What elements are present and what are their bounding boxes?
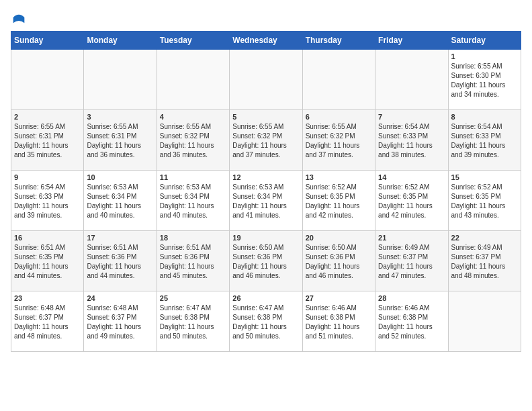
calendar-cell: 11Sunrise: 6:53 AM Sunset: 6:34 PM Dayli… <box>157 171 229 231</box>
day-info: Sunrise: 6:53 AM Sunset: 6:34 PM Dayligh… <box>160 183 226 220</box>
day-info: Sunrise: 6:49 AM Sunset: 6:37 PM Dayligh… <box>378 243 445 281</box>
day-info: Sunrise: 6:55 AM Sunset: 6:31 PM Dayligh… <box>87 122 153 160</box>
calendar-cell: 1Sunrise: 6:55 AM Sunset: 6:30 PM Daylig… <box>448 50 521 110</box>
day-number: 4 <box>160 113 226 121</box>
calendar-cell: 2Sunrise: 6:55 AM Sunset: 6:31 PM Daylig… <box>11 110 84 171</box>
day-info: Sunrise: 6:55 AM Sunset: 6:32 PM Dayligh… <box>160 122 226 160</box>
weekday-header-saturday: Saturday <box>448 32 521 50</box>
day-number: 27 <box>306 294 372 302</box>
day-number: 6 <box>306 113 372 121</box>
day-number: 12 <box>232 173 299 181</box>
day-info: Sunrise: 6:46 AM Sunset: 6:38 PM Dayligh… <box>378 304 445 341</box>
day-info: Sunrise: 6:47 AM Sunset: 6:38 PM Dayligh… <box>160 304 226 341</box>
calendar-cell: 16Sunrise: 6:51 AM Sunset: 6:35 PM Dayli… <box>11 231 84 291</box>
calendar-week-row: 2Sunrise: 6:55 AM Sunset: 6:31 PM Daylig… <box>11 110 521 171</box>
calendar-cell: 27Sunrise: 6:46 AM Sunset: 6:38 PM Dayli… <box>302 291 375 352</box>
day-number: 28 <box>378 294 445 302</box>
calendar-cell: 24Sunrise: 6:48 AM Sunset: 6:37 PM Dayli… <box>84 291 157 352</box>
calendar-cell: 13Sunrise: 6:52 AM Sunset: 6:35 PM Dayli… <box>302 171 375 231</box>
calendar-cell <box>230 50 302 110</box>
day-info: Sunrise: 6:54 AM Sunset: 6:33 PM Dayligh… <box>378 122 445 160</box>
day-number: 18 <box>160 234 226 242</box>
day-number: 20 <box>306 234 372 242</box>
day-number: 16 <box>14 234 81 242</box>
weekday-header-sunday: Sunday <box>11 32 84 50</box>
day-number: 23 <box>14 294 81 302</box>
calendar-cell: 23Sunrise: 6:48 AM Sunset: 6:37 PM Dayli… <box>11 291 84 352</box>
day-info: Sunrise: 6:52 AM Sunset: 6:35 PM Dayligh… <box>378 183 445 220</box>
weekday-header-row: SundayMondayTuesdayWednesdayThursdayFrid… <box>11 32 521 50</box>
logo <box>11 11 26 24</box>
calendar-table: SundayMondayTuesdayWednesdayThursdayFrid… <box>11 31 521 352</box>
day-info: Sunrise: 6:48 AM Sunset: 6:37 PM Dayligh… <box>14 304 81 341</box>
calendar-cell <box>302 50 375 110</box>
day-info: Sunrise: 6:50 AM Sunset: 6:36 PM Dayligh… <box>306 243 372 281</box>
day-number: 8 <box>451 113 518 121</box>
calendar-cell: 9Sunrise: 6:54 AM Sunset: 6:33 PM Daylig… <box>11 171 84 231</box>
weekday-header-tuesday: Tuesday <box>157 32 229 50</box>
day-number: 1 <box>451 52 518 60</box>
day-number: 25 <box>160 294 226 302</box>
day-info: Sunrise: 6:55 AM Sunset: 6:32 PM Dayligh… <box>306 122 372 160</box>
calendar-cell: 7Sunrise: 6:54 AM Sunset: 6:33 PM Daylig… <box>375 110 448 171</box>
day-number: 2 <box>14 113 81 121</box>
day-info: Sunrise: 6:48 AM Sunset: 6:37 PM Dayligh… <box>87 304 153 341</box>
calendar-cell: 15Sunrise: 6:52 AM Sunset: 6:35 PM Dayli… <box>448 171 521 231</box>
day-number: 9 <box>14 173 81 181</box>
day-number: 5 <box>232 113 299 121</box>
page-header <box>11 11 521 24</box>
calendar-week-row: 23Sunrise: 6:48 AM Sunset: 6:37 PM Dayli… <box>11 291 521 352</box>
day-info: Sunrise: 6:51 AM Sunset: 6:36 PM Dayligh… <box>160 243 226 281</box>
calendar-cell <box>11 50 84 110</box>
calendar-cell: 6Sunrise: 6:55 AM Sunset: 6:32 PM Daylig… <box>302 110 375 171</box>
calendar-cell: 20Sunrise: 6:50 AM Sunset: 6:36 PM Dayli… <box>302 231 375 291</box>
day-info: Sunrise: 6:54 AM Sunset: 6:33 PM Dayligh… <box>451 122 518 160</box>
day-info: Sunrise: 6:49 AM Sunset: 6:37 PM Dayligh… <box>451 243 518 281</box>
day-info: Sunrise: 6:53 AM Sunset: 6:34 PM Dayligh… <box>87 183 153 220</box>
day-info: Sunrise: 6:55 AM Sunset: 6:30 PM Dayligh… <box>451 62 518 99</box>
calendar-cell: 19Sunrise: 6:50 AM Sunset: 6:36 PM Dayli… <box>230 231 302 291</box>
day-number: 24 <box>87 294 153 302</box>
calendar-cell <box>157 50 229 110</box>
day-info: Sunrise: 6:51 AM Sunset: 6:36 PM Dayligh… <box>87 243 153 281</box>
day-info: Sunrise: 6:54 AM Sunset: 6:33 PM Dayligh… <box>14 183 81 220</box>
day-number: 17 <box>87 234 153 242</box>
calendar-cell: 10Sunrise: 6:53 AM Sunset: 6:34 PM Dayli… <box>84 171 157 231</box>
day-number: 21 <box>378 234 445 242</box>
day-info: Sunrise: 6:50 AM Sunset: 6:36 PM Dayligh… <box>232 243 299 281</box>
calendar-cell: 18Sunrise: 6:51 AM Sunset: 6:36 PM Dayli… <box>157 231 229 291</box>
calendar-cell <box>84 50 157 110</box>
calendar-cell: 21Sunrise: 6:49 AM Sunset: 6:37 PM Dayli… <box>375 231 448 291</box>
calendar-cell <box>448 291 521 352</box>
calendar-cell: 3Sunrise: 6:55 AM Sunset: 6:31 PM Daylig… <box>84 110 157 171</box>
day-number: 26 <box>232 294 299 302</box>
day-number: 11 <box>160 173 226 181</box>
calendar-cell: 25Sunrise: 6:47 AM Sunset: 6:38 PM Dayli… <box>157 291 229 352</box>
day-info: Sunrise: 6:53 AM Sunset: 6:34 PM Dayligh… <box>232 183 299 220</box>
weekday-header-thursday: Thursday <box>302 32 375 50</box>
day-number: 3 <box>87 113 153 121</box>
calendar-week-row: 1Sunrise: 6:55 AM Sunset: 6:30 PM Daylig… <box>11 50 521 110</box>
day-info: Sunrise: 6:55 AM Sunset: 6:32 PM Dayligh… <box>232 122 299 160</box>
calendar-cell: 26Sunrise: 6:47 AM Sunset: 6:38 PM Dayli… <box>230 291 302 352</box>
day-number: 15 <box>451 173 518 181</box>
weekday-header-friday: Friday <box>375 32 448 50</box>
day-number: 14 <box>378 173 445 181</box>
day-number: 7 <box>378 113 445 121</box>
day-info: Sunrise: 6:55 AM Sunset: 6:31 PM Dayligh… <box>14 122 81 160</box>
calendar-cell: 5Sunrise: 6:55 AM Sunset: 6:32 PM Daylig… <box>230 110 302 171</box>
logo-icon <box>12 11 26 24</box>
calendar-cell: 17Sunrise: 6:51 AM Sunset: 6:36 PM Dayli… <box>84 231 157 291</box>
weekday-header-monday: Monday <box>84 32 157 50</box>
day-number: 13 <box>306 173 372 181</box>
day-info: Sunrise: 6:52 AM Sunset: 6:35 PM Dayligh… <box>451 183 518 220</box>
day-info: Sunrise: 6:52 AM Sunset: 6:35 PM Dayligh… <box>306 183 372 220</box>
weekday-header-wednesday: Wednesday <box>230 32 302 50</box>
day-info: Sunrise: 6:47 AM Sunset: 6:38 PM Dayligh… <box>232 304 299 341</box>
day-info: Sunrise: 6:51 AM Sunset: 6:35 PM Dayligh… <box>14 243 81 281</box>
calendar-cell: 14Sunrise: 6:52 AM Sunset: 6:35 PM Dayli… <box>375 171 448 231</box>
calendar-week-row: 9Sunrise: 6:54 AM Sunset: 6:33 PM Daylig… <box>11 171 521 231</box>
calendar-week-row: 16Sunrise: 6:51 AM Sunset: 6:35 PM Dayli… <box>11 231 521 291</box>
calendar-cell: 28Sunrise: 6:46 AM Sunset: 6:38 PM Dayli… <box>375 291 448 352</box>
calendar-cell <box>375 50 448 110</box>
